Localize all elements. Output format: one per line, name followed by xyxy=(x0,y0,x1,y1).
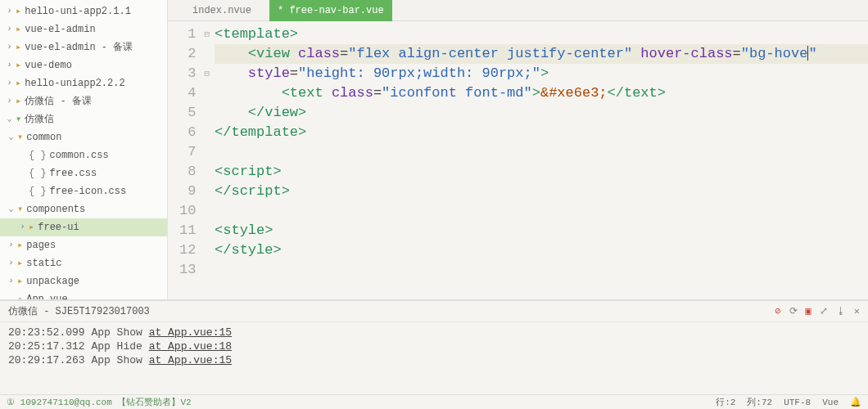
status-account[interactable]: ① 1092747110@qq.com xyxy=(7,398,112,407)
status-encoding[interactable]: UTF-8 xyxy=(784,398,811,407)
tab-active[interactable]: * free-nav-bar.vue xyxy=(269,0,392,21)
status-badge: 【钻石赞助者】V2 xyxy=(117,398,191,407)
restart-icon[interactable]: ⟳ xyxy=(789,305,798,317)
square-icon[interactable]: ▣ xyxy=(806,305,811,317)
console-panel: 仿微信 - SJE5T17923017003 ⊘ ⟳ ▣ ⤢ ⭳ ✕ 20:23… xyxy=(0,300,868,394)
tree-label: components xyxy=(26,202,85,217)
tree-item[interactable]: ›▸仿微信 - 备课 xyxy=(0,92,167,110)
tree-item[interactable]: { }common.css xyxy=(0,146,167,164)
tree-label: 仿微信 - 备课 xyxy=(25,94,92,109)
tree-item[interactable]: ▫App.vue xyxy=(0,290,167,299)
fold-markers[interactable]: ⊟⊟ xyxy=(204,21,211,299)
tree-item[interactable]: ⌄▾common xyxy=(0,128,167,146)
tree-item[interactable]: ›▸pages xyxy=(0,236,167,254)
console-link[interactable]: at App.vue:18 xyxy=(149,340,232,353)
tree-label: free-icon.css xyxy=(50,184,127,199)
tree-item[interactable]: ›▸static xyxy=(0,254,167,272)
stop-icon[interactable]: ⊘ xyxy=(775,305,780,317)
tab-inactive[interactable]: index.nvue xyxy=(184,0,260,21)
tree-label: hello-uniapp2.2.2 xyxy=(25,76,124,91)
tree-item[interactable]: ›▸unpackage xyxy=(0,272,167,290)
tree-item[interactable]: { }free.css xyxy=(0,164,167,182)
tree-label: common.css xyxy=(50,148,109,163)
tree-label: App.vue xyxy=(26,292,67,299)
tree-label: common xyxy=(26,130,61,145)
status-line[interactable]: 行:2 xyxy=(716,396,735,408)
editor-tabs: index.nvue * free-nav-bar.vue xyxy=(168,0,868,21)
tree-label: free.css xyxy=(50,166,97,181)
expand-icon[interactable]: ⤢ xyxy=(820,305,828,317)
tree-item[interactable]: ›▸hello-uni-app2.1.1 xyxy=(0,2,167,20)
tree-label: free-ui xyxy=(38,220,79,235)
bell-icon[interactable]: 🔔 xyxy=(850,397,861,407)
tree-label: vue-el-admin xyxy=(25,22,95,37)
tree-item[interactable]: ›▸hello-uniapp2.2.2 xyxy=(0,74,167,92)
status-lang[interactable]: Vue xyxy=(822,398,839,407)
console-title: 仿微信 - SJE5T17923017003 xyxy=(8,304,150,318)
tree-item[interactable]: ›▸vue-el-admin - 备课 xyxy=(0,38,167,56)
tree-item-selected[interactable]: ›▸free-ui xyxy=(0,218,167,236)
file-explorer[interactable]: ›▸hello-uni-app2.1.1 ›▸vue-el-admin ›▸vu… xyxy=(0,0,168,299)
tree-item[interactable]: ›▸vue-demo xyxy=(0,56,167,74)
tree-item[interactable]: ›▸vue-el-admin xyxy=(0,20,167,38)
console-output[interactable]: 20:23:52.099 App Show at App.vue:15 20:2… xyxy=(0,322,868,371)
tree-label: unpackage xyxy=(26,274,79,289)
tree-item[interactable]: { }free-icon.css xyxy=(0,182,167,200)
tree-label: vue-el-admin - 备课 xyxy=(25,40,133,55)
tree-label: pages xyxy=(26,238,56,253)
line-numbers: 12345678910111213 xyxy=(168,21,204,299)
status-col[interactable]: 列:72 xyxy=(747,396,772,408)
code-editor[interactable]: 12345678910111213 ⊟⊟ <template> <view cl… xyxy=(168,21,868,299)
close-icon[interactable]: ✕ xyxy=(854,305,860,317)
tree-label: 仿微信 xyxy=(25,112,54,127)
tree-label: static xyxy=(26,256,61,271)
tree-item[interactable]: ⌄▾components xyxy=(0,200,167,218)
tree-label: hello-uni-app2.1.1 xyxy=(25,4,131,19)
tree-item[interactable]: ⌄▾仿微信 xyxy=(0,110,167,128)
download-icon[interactable]: ⭳ xyxy=(836,305,846,317)
console-link[interactable]: at App.vue:15 xyxy=(149,326,232,339)
status-bar: ① 1092747110@qq.com 【钻石赞助者】V2 行:2 列:72 U… xyxy=(0,394,868,409)
tree-label: vue-demo xyxy=(25,58,72,73)
console-link[interactable]: at App.vue:15 xyxy=(149,354,232,366)
code-content[interactable]: <template> <view class="flex align-cente… xyxy=(211,21,868,299)
